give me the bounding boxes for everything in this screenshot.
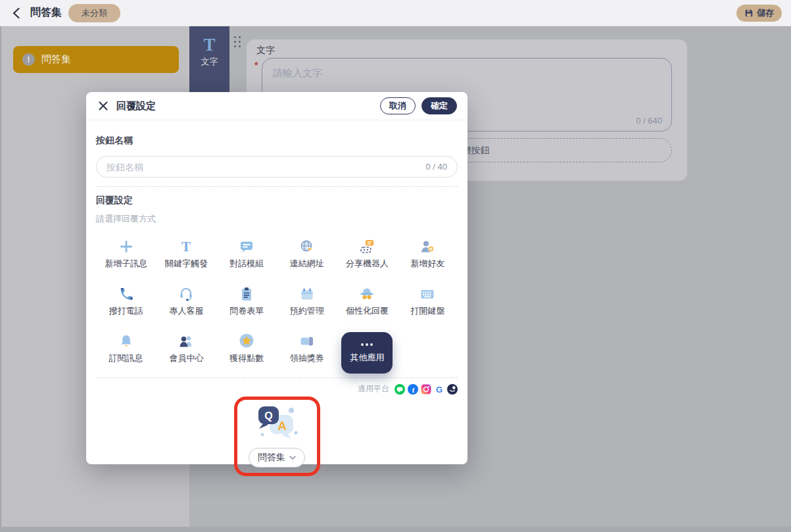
option-lottery-coupon[interactable]: 領抽獎券 — [277, 329, 337, 376]
option-empty-cell — [397, 329, 458, 376]
text-tool-icon: T — [203, 36, 215, 54]
option-link-url[interactable]: 連結網址 — [277, 234, 337, 281]
button-name-counter: 0 / 40 — [425, 162, 447, 172]
option-other-apps[interactable]: 其他應用 — [341, 332, 393, 374]
booking-calendar-icon — [299, 285, 315, 302]
option-live-agent[interactable]: 專人客服 — [156, 281, 217, 329]
button-name-input[interactable] — [107, 162, 425, 172]
scrollbar-strip[interactable] — [0, 527, 791, 532]
phone-icon — [118, 285, 134, 302]
option-personalized-reply[interactable]: 個性化回覆 — [337, 281, 398, 329]
qa-icon: A Q — [254, 406, 300, 443]
svg-text:f: f — [412, 385, 415, 393]
link-url-icon — [299, 237, 315, 254]
alert-icon: ! — [22, 53, 35, 66]
topbar: 問答集 未分類 儲存 — [0, 0, 791, 26]
reply-settings-modal: 回覆設定 取消 確定 按鈕名稱 0 / 40 回覆設定 請選擇回覆方式 新增子訊… — [86, 92, 467, 464]
svg-text:T: T — [181, 239, 191, 254]
chat-module-icon — [239, 237, 254, 254]
category-badge[interactable]: 未分類 — [68, 4, 120, 22]
drag-handle[interactable] — [234, 36, 241, 48]
option-booking[interactable]: 預約管理 — [277, 281, 337, 329]
back-button[interactable] — [9, 6, 24, 20]
facebook-icon: f — [408, 384, 418, 395]
keyword-trigger-icon: T — [178, 237, 194, 254]
qa-option-highlight: A Q 問答集 — [234, 397, 320, 476]
option-call-phone[interactable]: 撥打電話 — [96, 281, 156, 329]
qa-dropdown-label: 問答集 — [258, 452, 285, 464]
platforms-row: 適用平台 f G — [96, 383, 458, 395]
more-apps-icon — [360, 342, 374, 347]
app-root: 問答集 未分類 儲存 ! 問答集 T 文字 文字 * 0 / 640 — [0, 0, 791, 532]
option-earn-points[interactable]: 獲得點數 — [216, 329, 277, 376]
reply-section-label: 回覆設定 — [96, 195, 458, 206]
confirm-button[interactable]: 確定 — [421, 97, 457, 114]
close-icon — [99, 101, 108, 110]
textarea-counter: 0 / 640 — [636, 116, 662, 126]
option-open-keyboard[interactable]: 打開鍵盤 — [397, 281, 458, 329]
modal-header: 回覆設定 取消 確定 — [86, 92, 467, 120]
chevron-down-icon — [289, 456, 296, 460]
reply-section-hint: 請選擇回覆方式 — [96, 213, 458, 225]
bot-platform-icon — [447, 384, 458, 395]
share-bot-icon — [358, 237, 375, 254]
qa-set-label: 問答集 — [41, 53, 71, 66]
cancel-button[interactable]: 取消 — [380, 97, 416, 114]
page-title: 問答集 — [30, 6, 62, 20]
button-name-field[interactable]: 0 / 40 — [96, 156, 458, 178]
svg-text:A: A — [277, 419, 287, 433]
reply-options-grid: 新增子訊息 T 關鍵字觸發 對話模組 連結網址 分享機器人 — [96, 234, 458, 376]
option-subscribe-message[interactable]: 訂閱訊息 — [96, 329, 156, 376]
qa-set-dropdown[interactable]: 問答集 — [249, 448, 305, 468]
coupon-ticket-icon — [299, 332, 316, 349]
points-star-icon — [238, 332, 255, 349]
divider — [96, 186, 458, 187]
text-tool[interactable]: T 文字 — [189, 26, 229, 68]
personalized-reply-icon — [358, 285, 375, 302]
option-survey-form[interactable]: 問卷表單 — [216, 281, 277, 329]
button-name-label: 按鈕名稱 — [96, 135, 458, 147]
option-keyword-trigger[interactable]: T 關鍵字觸發 — [156, 234, 217, 281]
svg-text:Q: Q — [264, 410, 272, 422]
modal-title: 回覆設定 — [116, 100, 380, 112]
subscribe-bell-icon — [118, 332, 134, 349]
instagram-icon — [421, 384, 431, 395]
option-member-center[interactable]: 會員中心 — [156, 329, 217, 376]
google-icon: G — [434, 384, 444, 395]
option-add-friend[interactable]: 新增好友 — [397, 234, 458, 281]
line-icon — [395, 384, 405, 395]
save-icon — [744, 9, 754, 18]
svg-text:G: G — [436, 384, 443, 394]
divider — [96, 377, 458, 378]
option-share-bot[interactable]: 分享機器人 — [337, 234, 398, 281]
member-center-icon — [178, 332, 195, 349]
plus-icon — [118, 237, 134, 254]
option-chat-module[interactable]: 對話模組 — [216, 234, 277, 281]
survey-form-icon — [239, 285, 254, 302]
modal-body: 按鈕名稱 0 / 40 回覆設定 請選擇回覆方式 新增子訊息 T 關鍵字觸發 — [86, 135, 467, 476]
text-tool-label: 文字 — [201, 56, 218, 68]
keyboard-icon — [419, 285, 435, 302]
add-friend-icon — [419, 237, 435, 254]
text-field-label: 文字 — [256, 45, 275, 57]
chevron-left-icon — [11, 7, 22, 19]
agent-headset-icon — [178, 285, 194, 302]
qa-set-button[interactable]: ! 問答集 — [13, 46, 179, 73]
required-mark: * — [254, 60, 258, 70]
close-button[interactable] — [97, 99, 110, 112]
option-add-sub-message[interactable]: 新增子訊息 — [96, 234, 156, 281]
save-button[interactable]: 儲存 — [736, 5, 782, 22]
save-label: 儲存 — [757, 7, 774, 19]
platforms-label: 適用平台 — [358, 383, 389, 395]
